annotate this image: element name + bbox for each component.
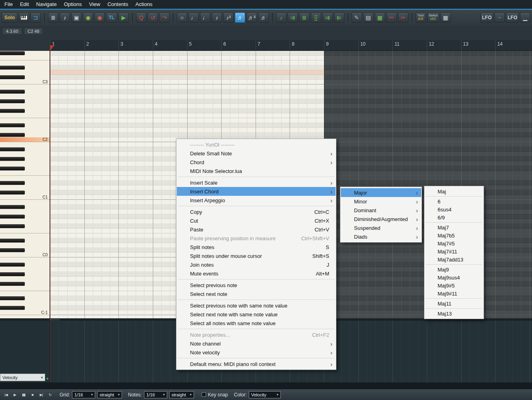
menu-item-select-next-note-with-same-note-value[interactable]: Select next note with same note value: [177, 310, 336, 319]
menu-actions[interactable]: Actions: [132, 0, 156, 9]
menu-contents[interactable]: Contents: [104, 0, 132, 9]
color-mode-select[interactable]: Velocity ▾: [249, 391, 281, 398]
piano-key-black[interactable]: [0, 248, 25, 252]
menu-item-maj7-11[interactable]: Maj7#11: [425, 247, 483, 255]
repeat-button[interactable]: ↻: [46, 392, 54, 398]
mini-keyboard-button[interactable]: ▤: [363, 12, 374, 23]
menu-item-split-notes[interactable]: Split notesS: [177, 243, 336, 251]
menu-item-maj9sus4[interactable]: Maj9sus4: [425, 273, 483, 281]
note-length-1-16T-button[interactable]: ♬³: [246, 12, 257, 23]
menu-item-maj[interactable]: Maj: [425, 187, 483, 195]
joystick-red-button[interactable]: ◉: [94, 12, 105, 23]
note-length-1-8-button[interactable]: ♪: [212, 12, 222, 23]
menu-navigate[interactable]: Navigate: [32, 0, 60, 9]
piano-key-black[interactable]: [0, 282, 25, 286]
lfo-wave-button[interactable]: ~: [494, 12, 505, 23]
note-length-1-32-button[interactable]: ♬: [258, 12, 269, 23]
note-length-1-8T-button[interactable]: ♪³: [223, 12, 234, 23]
stop-button[interactable]: ■: [29, 392, 36, 398]
event-list-button[interactable]: ≣: [48, 12, 58, 23]
piano-keys-button[interactable]: [19, 12, 29, 23]
piano-key-black[interactable]: [0, 215, 25, 219]
menu-options[interactable]: Options: [60, 0, 86, 9]
step-input-button[interactable]: ▣: [71, 12, 82, 23]
menu-item-insert-chord[interactable]: Insert Chord›: [177, 187, 336, 196]
piano-key-black[interactable]: [0, 191, 25, 195]
menu-item-maj9[interactable]: Maj9: [425, 265, 483, 273]
shift-notes-right-button[interactable]: ⇉: [322, 12, 333, 23]
menu-item-select-previous-note[interactable]: Select previous note: [177, 281, 336, 289]
timeline-ruler[interactable]: 1234567891011121314: [50, 40, 532, 51]
piano-key-black[interactable]: [0, 147, 25, 151]
menu-view[interactable]: View: [85, 0, 104, 9]
piano-key-black[interactable]: [0, 133, 25, 137]
menu-item-maj9-11[interactable]: Maj9#11: [425, 289, 483, 297]
go-to-start-button[interactable]: |◀: [2, 392, 10, 398]
actors-button[interactable]: ▶: [118, 12, 129, 23]
menu-item-6sus4[interactable]: 6sus4: [425, 205, 483, 213]
menu-item-delete-small-note[interactable]: Delete Small Note›: [177, 149, 336, 158]
piano-keyboard[interactable]: C3C2C1C0C-1: [0, 51, 50, 318]
menu-file[interactable]: File: [1, 0, 16, 9]
menu-item-maj7[interactable]: Maj7: [425, 223, 483, 231]
trim-scissors-button[interactable]: ✂: [398, 12, 408, 23]
split-scissors-button[interactable]: ✂: [386, 12, 397, 23]
note-length-1-2-button[interactable]: ♩: [188, 12, 199, 23]
piano-key-black[interactable]: [0, 306, 25, 310]
grid-shape-select[interactable]: straight ▾: [97, 391, 122, 398]
go-to-end-button[interactable]: ▶|: [38, 392, 45, 398]
notes-size-select[interactable]: 1/16 ▾: [144, 391, 167, 398]
menu-item-copy[interactable]: CopyCtrl+C: [177, 207, 336, 216]
menu-item-paste[interactable]: PasteCtrl+V: [177, 225, 336, 234]
play-button[interactable]: ▶: [11, 392, 18, 398]
menu-edit[interactable]: Edit: [16, 0, 32, 9]
menu-item-midi-note-selector-lua[interactable]: MIDI Note Selector.lua: [177, 167, 336, 175]
shift-notes-left-button[interactable]: ⇇: [334, 12, 344, 23]
tool-button[interactable]: Toolılıl: [416, 12, 426, 23]
menu-item-select-next-note[interactable]: Select next note: [177, 289, 336, 298]
notes-shape-select[interactable]: straight ▾: [169, 391, 194, 398]
stack-notes-button[interactable]: ≣: [299, 12, 310, 23]
piano-key-black[interactable]: [0, 109, 25, 113]
piano-key-black[interactable]: [0, 90, 25, 94]
notation-view-button[interactable]: ♪: [60, 12, 70, 23]
menu-item-6-9[interactable]: 6/9: [425, 213, 483, 221]
flat-line-button[interactable]: ▁: [520, 12, 530, 23]
quantize-button[interactable]: Q: [136, 12, 146, 23]
piano-key-black[interactable]: [0, 181, 25, 185]
menu-item-note-velocity[interactable]: Note velocity›: [177, 348, 336, 357]
piano-key-black[interactable]: [0, 167, 25, 171]
redo-action-button[interactable]: ↷: [159, 12, 170, 23]
menu-item-select-all-notes-with-same-note-value[interactable]: Select all notes with same note value: [177, 319, 336, 328]
piano-key-black[interactable]: [0, 263, 25, 267]
timeline-button[interactable]: TL: [106, 12, 117, 23]
menu-item-diads[interactable]: Diads›: [341, 232, 421, 241]
solo-button[interactable]: Solo: [2, 12, 18, 23]
menu-item-dominant[interactable]: Dominant›: [341, 206, 421, 215]
menu-item-default-menu-midi-piano-roll-context[interactable]: Default menu: MIDI piano roll context›: [177, 360, 336, 368]
grid-size-select[interactable]: 1/16 ▾: [72, 391, 95, 398]
menu-item-insert-arpeggio[interactable]: Insert Arpeggio›: [177, 196, 336, 205]
menu-item-cut[interactable]: CutCtrl+X: [177, 216, 336, 225]
menu-item-maj11[interactable]: Maj11: [425, 299, 483, 308]
dock-button[interactable]: ⊐: [30, 12, 41, 23]
edit-cursor-flag[interactable]: [50, 45, 54, 51]
menu-item-insert-scale[interactable]: Insert Scale›: [177, 178, 336, 187]
piano-key-black[interactable]: [0, 99, 25, 103]
cc-lane-select[interactable]: Velocity ▾: [0, 374, 45, 381]
menu-item-diminished-augmented[interactable]: Diminished/Augmented›: [341, 215, 421, 223]
menu-item-6[interactable]: 6: [425, 197, 483, 205]
piano-key-black[interactable]: [0, 205, 25, 209]
note-to-grid-button[interactable]: ♪: [276, 12, 286, 23]
piano-key-black[interactable]: [0, 123, 25, 127]
key-snap-checkbox[interactable]: [202, 392, 206, 397]
grid-notes-button[interactable]: ▦: [375, 12, 385, 23]
menu-item-major[interactable]: Major›: [341, 188, 421, 197]
note-length-1-4-button[interactable]: ♩: [200, 12, 210, 23]
pause-button[interactable]: ▮▮: [20, 392, 27, 398]
menu-item-maj7add13[interactable]: Maj7add13: [425, 255, 483, 263]
menu-item-select-previous-note-with-same-note-value[interactable]: Select previous note with same note valu…: [177, 301, 336, 310]
piano-key-black[interactable]: [0, 296, 25, 300]
menu-item-suspended[interactable]: Suspended›: [341, 223, 421, 232]
menu-item-chord[interactable]: Chord›: [177, 158, 336, 167]
